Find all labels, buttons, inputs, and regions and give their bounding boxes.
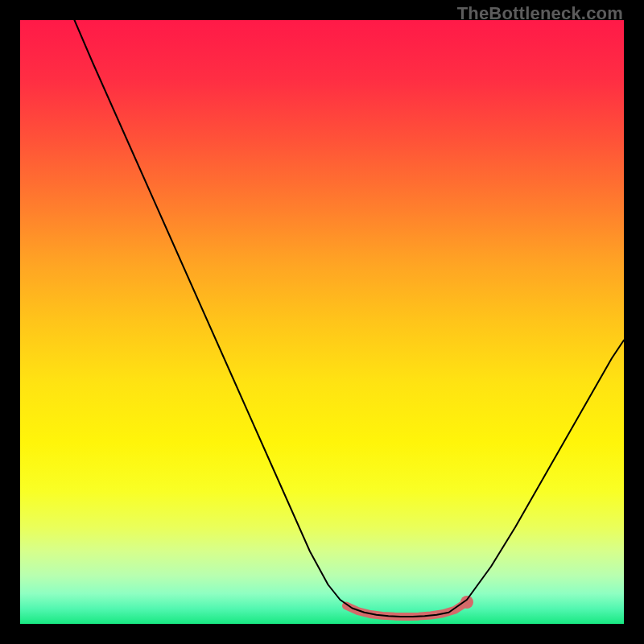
bottleneck-curve [75,20,625,617]
chart-stage: TheBottleneck.com [0,0,644,644]
curve-layer [20,20,624,624]
watermark-label: TheBottleneck.com [457,3,623,24]
plot-area [20,20,624,624]
valley-highlight-stroke [346,602,467,617]
